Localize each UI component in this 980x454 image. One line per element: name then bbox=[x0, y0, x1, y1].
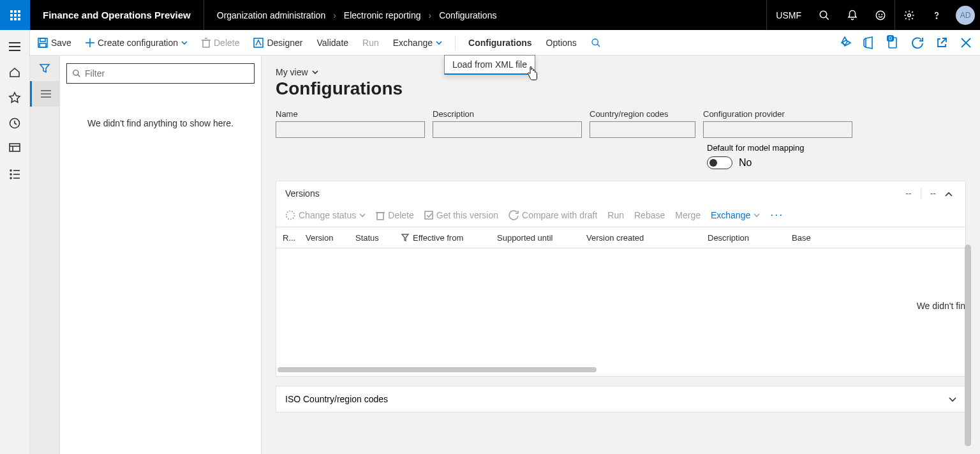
close-icon[interactable] bbox=[958, 35, 974, 50]
svg-point-6 bbox=[936, 17, 937, 18]
version-delete-label: Delete bbox=[388, 210, 413, 220]
col-effective[interactable]: Effective from bbox=[395, 233, 491, 243]
svg-line-1 bbox=[826, 17, 829, 20]
options-button[interactable]: Options bbox=[545, 35, 578, 50]
configurations-tab[interactable]: Configurations bbox=[467, 35, 533, 50]
designer-button[interactable]: Designer bbox=[252, 35, 304, 50]
action-bar-right: 0 bbox=[837, 35, 974, 50]
col-r[interactable]: R... bbox=[276, 233, 299, 243]
help-icon[interactable] bbox=[923, 0, 951, 30]
field-description: Description bbox=[433, 109, 582, 138]
iso-panel[interactable]: ISO Country/region codes bbox=[276, 386, 966, 412]
col-supported[interactable]: Supported until bbox=[491, 233, 580, 243]
field-provider-label: Configuration provider bbox=[703, 109, 852, 119]
breadcrumb: Organization administration › Electronic… bbox=[204, 10, 767, 20]
smiley-icon[interactable] bbox=[866, 0, 895, 30]
svg-line-35 bbox=[941, 38, 946, 43]
svg-point-4 bbox=[882, 14, 882, 15]
field-cc-label: Country/region codes bbox=[590, 109, 695, 119]
delete-label: Delete bbox=[214, 38, 239, 48]
svg-rect-46 bbox=[425, 211, 433, 219]
refresh-icon[interactable] bbox=[910, 35, 925, 50]
avatar[interactable]: AD bbox=[956, 6, 975, 25]
options-label: Options bbox=[546, 38, 577, 48]
field-name-label: Name bbox=[276, 109, 425, 119]
col-version[interactable]: Version bbox=[299, 233, 349, 243]
office-icon[interactable] bbox=[861, 35, 877, 50]
versions-dash2: -- bbox=[925, 188, 941, 199]
field-name-input[interactable] bbox=[276, 121, 425, 138]
home-icon[interactable] bbox=[0, 59, 30, 85]
versions-title: Versions bbox=[285, 188, 900, 199]
body: We didn't find anything to show here. My… bbox=[30, 56, 980, 454]
default-mapping-toggle[interactable]: No bbox=[707, 156, 966, 169]
versions-toolbar: Change status Delete Get this version bbox=[276, 206, 965, 227]
scrollbar-thumb[interactable] bbox=[965, 245, 971, 446]
company-picker[interactable]: USMF bbox=[766, 0, 810, 30]
star-icon[interactable] bbox=[0, 85, 30, 110]
save-label: Save bbox=[51, 38, 71, 48]
chevron-up-icon[interactable] bbox=[941, 188, 956, 199]
hamburger-button[interactable] bbox=[0, 34, 30, 59]
col-base[interactable]: Base bbox=[785, 233, 849, 243]
run-label: Run bbox=[362, 38, 379, 48]
svg-rect-22 bbox=[40, 43, 46, 47]
col-description[interactable]: Description bbox=[701, 233, 785, 243]
bell-icon[interactable] bbox=[838, 0, 866, 30]
diagnostic-icon[interactable] bbox=[837, 35, 852, 50]
horizontal-scrollbar[interactable] bbox=[278, 366, 964, 374]
app-launcher-button[interactable] bbox=[0, 0, 30, 30]
svg-point-43 bbox=[286, 211, 295, 219]
field-cc-input[interactable] bbox=[590, 121, 695, 138]
overflow-button[interactable]: ··· bbox=[770, 208, 783, 222]
filter-funnel-button[interactable] bbox=[30, 56, 60, 81]
save-button[interactable]: Save bbox=[36, 35, 73, 50]
version-exchange-button[interactable]: Exchange bbox=[711, 210, 760, 220]
delete-button: Delete bbox=[200, 35, 241, 50]
version-delete-button: Delete bbox=[376, 210, 413, 220]
svg-rect-21 bbox=[40, 38, 45, 42]
chevron-down-icon bbox=[312, 70, 318, 74]
filter-input-wrapper[interactable] bbox=[66, 63, 255, 84]
gear-icon[interactable] bbox=[895, 0, 923, 30]
filter-rail bbox=[30, 56, 60, 454]
scrollbar-thumb[interactable] bbox=[278, 367, 597, 372]
chevron-down-icon bbox=[436, 41, 442, 45]
app-title: Finance and Operations Preview bbox=[30, 0, 204, 30]
breadcrumb-item-er[interactable]: Electronic reporting bbox=[344, 10, 421, 20]
breadcrumb-item-org-admin[interactable]: Organization administration bbox=[217, 10, 325, 20]
col-status[interactable]: Status bbox=[349, 233, 395, 243]
workspace-icon[interactable] bbox=[0, 136, 30, 162]
action-search-button[interactable] bbox=[590, 35, 602, 50]
configurations-label: Configurations bbox=[468, 38, 532, 48]
svg-line-30 bbox=[597, 44, 600, 47]
list-pane-toggle[interactable] bbox=[30, 81, 60, 107]
main-area: Save Create configuration Delete Designe… bbox=[30, 30, 980, 454]
toggle-value: No bbox=[739, 157, 752, 169]
exchange-button[interactable]: Exchange bbox=[392, 35, 443, 50]
attachments-icon[interactable]: 0 bbox=[886, 35, 901, 50]
exchange-menu-item-load-xml[interactable]: Load from XML file bbox=[444, 55, 535, 75]
field-default-mapping: Default for model mapping No bbox=[707, 143, 966, 169]
clock-icon[interactable] bbox=[0, 110, 30, 136]
search-icon[interactable] bbox=[810, 0, 838, 30]
versions-header[interactable]: Versions -- -- bbox=[276, 181, 965, 206]
run-button: Run bbox=[361, 35, 380, 50]
vertical-scrollbar[interactable] bbox=[965, 245, 971, 446]
filter-input[interactable] bbox=[85, 68, 249, 79]
svg-point-3 bbox=[879, 14, 879, 15]
create-configuration-button[interactable]: Create configuration bbox=[84, 35, 189, 50]
search-icon bbox=[72, 69, 81, 78]
field-description-input[interactable] bbox=[433, 121, 582, 138]
modules-icon[interactable] bbox=[0, 162, 30, 187]
svg-point-16 bbox=[10, 174, 11, 175]
waffle-icon bbox=[10, 10, 20, 20]
field-default-mapping-label: Default for model mapping bbox=[707, 143, 966, 153]
col-created[interactable]: Version created bbox=[580, 233, 701, 243]
validate-button[interactable]: Validate bbox=[316, 35, 350, 50]
field-provider-input[interactable] bbox=[703, 121, 852, 138]
view-selector[interactable]: My view bbox=[276, 67, 966, 77]
popout-icon[interactable] bbox=[934, 35, 949, 50]
grid-empty-message: We didn't fin bbox=[917, 301, 965, 311]
page-title: Configurations bbox=[276, 79, 966, 99]
